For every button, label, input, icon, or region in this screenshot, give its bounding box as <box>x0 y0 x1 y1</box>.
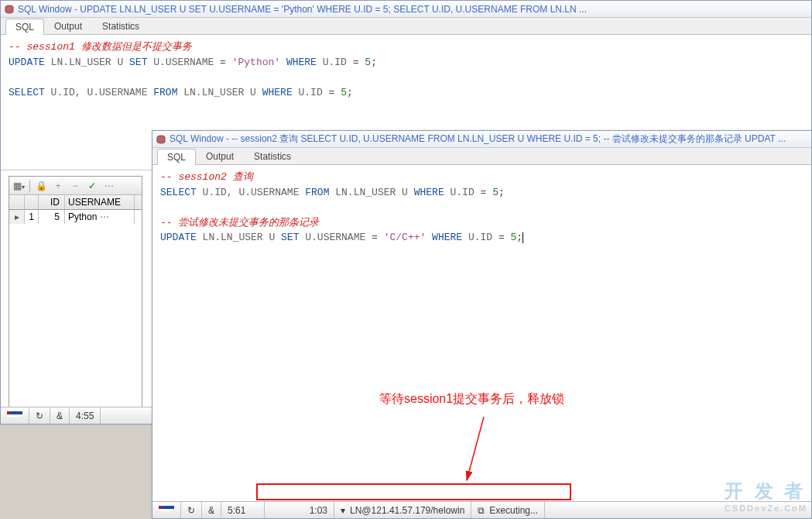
grid-icon[interactable]: ▦▾ <box>12 180 25 191</box>
dropdown-icon[interactable]: ▾ <box>341 505 345 516</box>
sql-window-2: SQL Window - -- session2 查询 SELECT U.ID,… <box>152 130 812 519</box>
sql-editor[interactable]: -- session2 查询 SELECT U.ID, U.USERNAME F… <box>152 165 811 483</box>
connection-info[interactable]: ▾ LN@121.41.57.179/helowin <box>334 502 471 518</box>
tabs: SQL Output Statistics <box>152 148 811 165</box>
running-icon: ⧉ <box>478 505 485 516</box>
tab-sql[interactable]: SQL <box>5 19 44 35</box>
tab-sql[interactable]: SQL <box>157 149 196 165</box>
table-row[interactable]: ▸ 1 5 Python ⋯ <box>9 210 142 224</box>
tab-output[interactable]: Output <box>196 148 244 164</box>
app-icon <box>156 134 166 145</box>
col-row-indicator <box>9 195 25 209</box>
refresh-icon[interactable]: ↻ <box>181 502 202 518</box>
delete-row-button[interactable]: − <box>69 180 81 191</box>
amp-label: & <box>50 407 70 424</box>
col-id[interactable]: ID <box>39 195 65 209</box>
grid-header: ID USERNAME <box>9 195 142 210</box>
comment: -- 尝试修改未提交事务的那条记录 <box>160 217 319 229</box>
add-row-button[interactable]: + <box>52 180 64 191</box>
cursor-position: 4:55 <box>70 407 101 424</box>
cell-username[interactable]: Python ⋯ <box>65 210 135 224</box>
tab-statistics[interactable]: Statistics <box>244 148 301 164</box>
col-username[interactable]: USERNAME <box>65 195 135 209</box>
comment: -- session2 查询 <box>160 171 253 183</box>
execution-status: ⧉ Executing... <box>471 502 545 518</box>
row-indicator-icon: ▸ <box>9 210 25 224</box>
status-bar: ↻ & 5:61 1:03 ▾ LN@121.41.57.179/helowin… <box>152 501 811 518</box>
elapsed-time: 1:03 <box>265 502 334 518</box>
result-grid: ▦▾ 🔒 + − ✓ ⋯ ID USERNAME ▸ 1 5 Python ⋯ <box>9 176 142 407</box>
lock-icon[interactable]: 🔒 <box>35 180 47 191</box>
cell-row-num: 1 <box>25 210 39 224</box>
window-title: SQL Window - UPDATE LN.LN_USER U SET U.U… <box>18 4 587 15</box>
window-title: SQL Window - -- session2 查询 SELECT U.ID,… <box>170 132 786 146</box>
watermark: 开 发 者 CSDDevZe.CoM <box>725 479 807 513</box>
title-bar[interactable]: SQL Window - -- session2 查询 SELECT U.ID,… <box>152 131 811 148</box>
tab-statistics[interactable]: Statistics <box>92 18 149 34</box>
comment: -- session1 修改数据但是不提交事务 <box>9 41 192 53</box>
more-button[interactable]: ⋯ <box>103 180 115 191</box>
status-bar: ↻ & 4:55 <box>1 407 152 424</box>
app-icon <box>4 4 15 15</box>
refresh-icon[interactable]: ↻ <box>29 407 50 424</box>
commit-button[interactable]: ✓ <box>86 180 98 191</box>
grid-toolbar: ▦▾ 🔒 + − ✓ ⋯ <box>9 177 142 195</box>
cursor-position: 5:61 <box>221 502 265 518</box>
tabs: SQL Output Statistics <box>1 18 811 35</box>
cell-id[interactable]: 5 <box>39 210 65 224</box>
tab-output[interactable]: Output <box>44 18 92 34</box>
title-bar[interactable]: SQL Window - UPDATE LN.LN_USER U SET U.U… <box>1 1 811 18</box>
col-row-num <box>25 195 39 209</box>
amp-label: & <box>202 502 221 518</box>
